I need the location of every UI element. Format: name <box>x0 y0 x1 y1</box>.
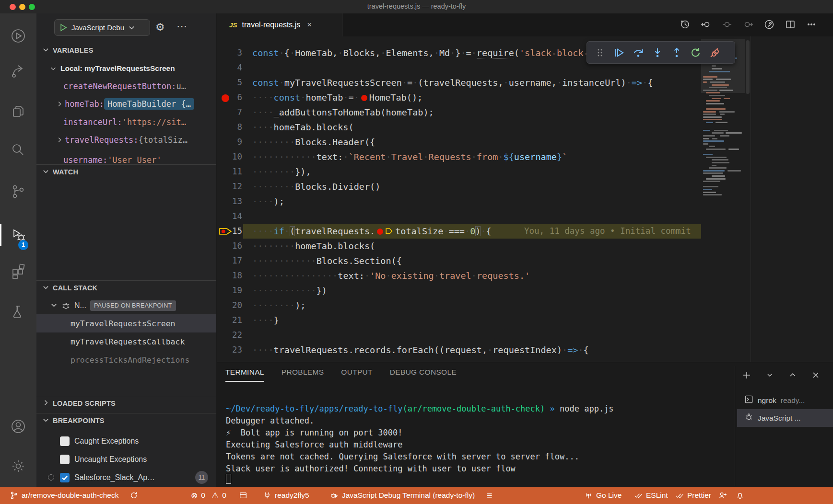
toolbar-drag-handle[interactable] <box>593 46 606 59</box>
terminal-dropdown-chevron-icon[interactable] <box>762 369 777 381</box>
continue-button[interactable] <box>612 46 625 59</box>
debug-terminal-status-item[interactable]: JavaScript Debug Terminal (ready-to-fly)… <box>330 487 493 504</box>
line-number[interactable]: 14 <box>223 209 242 224</box>
breakpoint-row[interactable]: Uncaught Exceptions <box>36 450 217 468</box>
line-number[interactable]: 19 <box>223 283 242 298</box>
inline-breakpoint-icon[interactable] <box>377 229 383 235</box>
line-number[interactable]: 22 <box>223 328 242 343</box>
go-live-status-item[interactable]: Go Live <box>584 487 622 504</box>
terminal-list-separator[interactable] <box>735 366 735 486</box>
debug-port-status-item[interactable]: ready2fly5 <box>263 487 309 504</box>
variables-scope-row[interactable]: Local: myTravelRequestsScreen <box>36 60 217 77</box>
restart-button[interactable] <box>689 46 702 59</box>
variable-row[interactable]: homeTab: HomeTabBuilder {… <box>36 95 217 113</box>
variable-row[interactable]: travelRequests: {totalSiz… <box>36 131 217 149</box>
run-circle-icon[interactable] <box>10 28 26 44</box>
prettier-status-item[interactable]: Prettier <box>675 487 711 504</box>
disconnect-button[interactable] <box>708 46 721 59</box>
code-line[interactable]: 7····_addButtonsToHomeTab(homeTab); <box>217 105 701 120</box>
launch-config-dropdown[interactable]: JavaScript Debu <box>54 19 150 36</box>
code-line[interactable]: 15····if·(travelRequests.totalSize·===·0… <box>217 224 701 239</box>
line-number[interactable]: 16 <box>223 239 242 253</box>
code-line[interactable]: 20········); <box>217 298 701 313</box>
close-panel-icon[interactable] <box>808 369 823 381</box>
code-line[interactable]: 16········homeTab.blocks( <box>217 239 701 253</box>
code-line[interactable]: 6····const·homeTab·=·HomeTab(); <box>217 90 701 105</box>
loaded-scripts-section-header[interactable]: LOADED SCRIPTS <box>36 396 217 411</box>
step-over-button[interactable] <box>632 46 645 59</box>
share-icon[interactable] <box>10 63 26 79</box>
line-number[interactable]: 8 <box>223 120 242 135</box>
notifications-status-item[interactable] <box>736 487 744 504</box>
line-number[interactable]: 23 <box>223 343 242 357</box>
line-number[interactable]: 12 <box>223 179 242 194</box>
code-line[interactable]: 12········Blocks.Divider() <box>217 179 701 194</box>
debug-session-row[interactable]: N... PAUSED ON BREAKPOINT <box>36 297 217 314</box>
code-line[interactable]: 14 <box>217 209 701 224</box>
testing-beaker-icon[interactable] <box>10 303 26 320</box>
more-actions-icon[interactable] <box>804 18 819 31</box>
breakpoint-row[interactable]: Salesforce_Slack_Ap…11 <box>36 469 217 486</box>
stack-frame-row[interactable]: processTicksAndRejections <box>36 351 217 369</box>
editor-layout-status-item[interactable] <box>239 487 247 504</box>
panel-tab-problems[interactable]: PROBLEMS <box>282 368 324 382</box>
code-line[interactable]: 19············}) <box>217 283 701 298</box>
search-icon[interactable] <box>10 142 26 158</box>
breakpoints-section-header[interactable]: BREAKPOINTS <box>36 413 217 428</box>
line-number[interactable]: 17 <box>223 253 242 268</box>
terminal-list-item[interactable]: ngrokready... <box>737 391 833 409</box>
panel-tab-output[interactable]: OUTPUT <box>341 368 373 382</box>
timeline-history-icon[interactable] <box>677 18 692 31</box>
minimap[interactable] <box>701 36 745 362</box>
maximize-panel-icon[interactable] <box>785 369 800 381</box>
source-control-icon[interactable] <box>10 183 26 200</box>
explorer-files-icon[interactable] <box>10 103 26 120</box>
settings-gear-icon[interactable] <box>10 458 26 474</box>
line-number[interactable]: 3 <box>223 46 242 60</box>
panel-tab-debug-console[interactable]: DEBUG CONSOLE <box>390 368 457 382</box>
inline-breakpoint-icon[interactable] <box>361 95 367 101</box>
watch-section-header[interactable]: WATCH <box>36 165 217 179</box>
tab-travel-requests[interactable]: JS travel-requests.js × <box>217 13 343 36</box>
code-line[interactable]: 17············Blocks.Section({ <box>217 253 701 268</box>
line-number[interactable]: 10 <box>223 149 242 164</box>
breakpoint-checkbox[interactable] <box>60 436 70 446</box>
code-line[interactable]: 22 <box>217 328 701 343</box>
step-out-button[interactable] <box>670 46 683 59</box>
line-number[interactable]: 13 <box>223 194 242 209</box>
code-line[interactable]: 10············text:·`Recent·Travel·Reque… <box>217 149 701 164</box>
code-line[interactable]: 8····homeTab.blocks( <box>217 120 701 135</box>
open-changes-icon[interactable] <box>762 18 777 31</box>
close-tab-icon[interactable]: × <box>307 20 312 30</box>
variable-row[interactable]: createNewRequestButton: u… <box>36 78 217 95</box>
line-number[interactable]: 9 <box>223 135 242 149</box>
variables-section-header[interactable]: VARIABLES <box>36 43 217 57</box>
code-editor[interactable]: 3const·{·HomeTab,·Blocks,·Elements,·Md·}… <box>217 36 751 362</box>
branch-status-item[interactable]: ar/remove-double-auth-check <box>10 487 138 504</box>
extensions-icon[interactable] <box>10 263 26 279</box>
split-editor-icon[interactable] <box>783 18 798 31</box>
code-line[interactable]: 18················text:·'No·existing·tra… <box>217 268 701 283</box>
problems-status-item[interactable]: ⊗0 ⚠0 <box>191 487 226 504</box>
line-number[interactable]: 21 <box>223 313 242 328</box>
debug-settings-gear-icon[interactable]: ⚙ <box>155 21 165 34</box>
variable-row[interactable]: username: 'User User' <box>36 155 217 164</box>
code-line[interactable]: 11········}), <box>217 164 701 179</box>
line-number[interactable]: 5 <box>223 75 242 90</box>
stack-frame-row[interactable]: myTravelRequestsScreen <box>36 314 217 332</box>
previous-change-icon[interactable] <box>698 18 714 31</box>
line-number[interactable]: 11 <box>223 164 242 179</box>
step-into-button[interactable] <box>651 46 664 59</box>
feedback-status-item[interactable] <box>718 487 727 504</box>
breakpoint-checkbox[interactable] <box>60 455 70 464</box>
debug-more-actions-icon[interactable]: ⋯ <box>176 20 188 33</box>
line-number[interactable]: 20 <box>223 298 242 313</box>
eslint-status-item[interactable]: ESLint <box>634 487 668 504</box>
code-line[interactable]: 13····); <box>217 194 701 209</box>
line-number[interactable]: 6 <box>223 90 242 105</box>
change-marker-icon[interactable] <box>719 18 735 31</box>
line-number[interactable]: 4 <box>223 60 242 75</box>
call-stack-section-header[interactable]: CALL STACK <box>36 281 217 295</box>
next-change-icon[interactable] <box>740 18 756 31</box>
terminal-list-item[interactable]: JavaScript ... <box>737 409 833 427</box>
